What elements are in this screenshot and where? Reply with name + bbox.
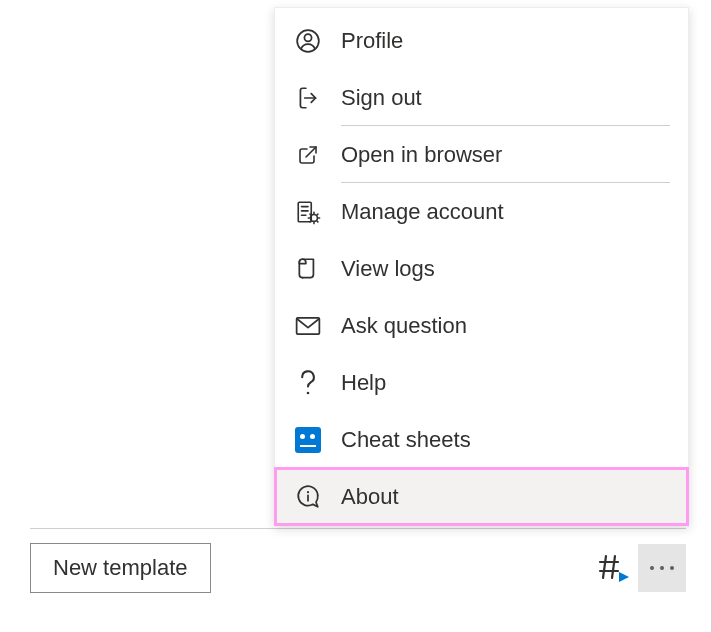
menu-item-about[interactable]: About bbox=[275, 468, 688, 525]
menu-item-label: Manage account bbox=[341, 199, 504, 225]
menu-item-label: Help bbox=[341, 370, 386, 396]
svg-point-15 bbox=[307, 391, 310, 394]
manage-account-icon bbox=[293, 197, 323, 227]
svg-point-16 bbox=[307, 491, 309, 493]
menu-item-label: Cheat sheets bbox=[341, 427, 471, 453]
menu-item-label: View logs bbox=[341, 256, 435, 282]
bottom-bar: New template bbox=[30, 543, 686, 593]
menu-item-view-logs[interactable]: View logs bbox=[275, 240, 688, 297]
menu-item-cheat-sheets[interactable]: Cheat sheets bbox=[275, 411, 688, 468]
menu-item-sign-out[interactable]: Sign out bbox=[275, 69, 688, 126]
ellipsis-icon bbox=[650, 566, 654, 570]
view-logs-icon bbox=[293, 254, 323, 284]
svg-line-3 bbox=[612, 556, 615, 578]
hash-icon bbox=[595, 553, 629, 583]
menu-item-label: Open in browser bbox=[341, 142, 502, 168]
external-link-icon bbox=[293, 140, 323, 170]
svg-marker-4 bbox=[619, 572, 629, 582]
menu-item-ask-question[interactable]: Ask question bbox=[275, 297, 688, 354]
new-template-button[interactable]: New template bbox=[30, 543, 211, 593]
profile-icon bbox=[293, 26, 323, 56]
svg-point-6 bbox=[304, 34, 311, 41]
cheat-sheets-icon bbox=[293, 425, 323, 455]
menu-item-open-browser[interactable]: Open in browser bbox=[275, 126, 688, 183]
ellipsis-icon bbox=[670, 566, 674, 570]
info-icon bbox=[293, 482, 323, 512]
menu-item-manage-account[interactable]: Manage account bbox=[275, 183, 688, 240]
new-template-label: New template bbox=[53, 555, 188, 581]
help-icon bbox=[293, 368, 323, 398]
menu-item-profile[interactable]: Profile bbox=[275, 12, 688, 69]
ellipsis-icon bbox=[660, 566, 664, 570]
more-button[interactable] bbox=[638, 544, 686, 592]
menu-item-label: Sign out bbox=[341, 85, 422, 111]
menu-item-label: Profile bbox=[341, 28, 403, 54]
hash-button[interactable] bbox=[592, 548, 632, 588]
svg-rect-9 bbox=[298, 202, 311, 222]
sign-out-icon bbox=[293, 83, 323, 113]
svg-line-2 bbox=[603, 556, 606, 578]
divider bbox=[30, 528, 686, 529]
envelope-icon bbox=[293, 311, 323, 341]
menu-item-label: Ask question bbox=[341, 313, 467, 339]
app-stage: New template bbox=[0, 0, 712, 632]
context-menu: Profile Sign out Open in browser bbox=[274, 7, 689, 526]
menu-item-help[interactable]: Help bbox=[275, 354, 688, 411]
menu-item-label: About bbox=[341, 484, 399, 510]
